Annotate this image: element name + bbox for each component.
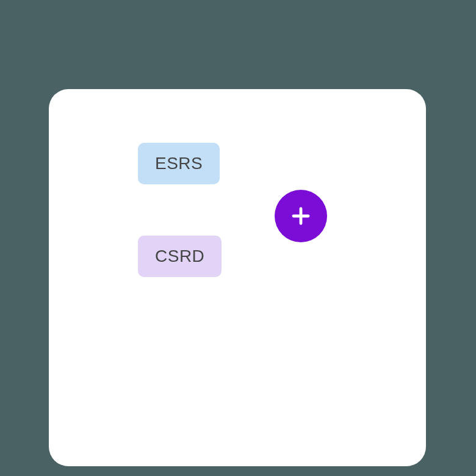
tag-esrs[interactable]: ESRS xyxy=(138,143,220,184)
tag-csrd[interactable]: CSRD xyxy=(138,236,222,277)
card-panel xyxy=(49,89,426,466)
plus-icon xyxy=(290,205,312,227)
tag-csrd-label: CSRD xyxy=(155,247,204,266)
tag-esrs-label: ESRS xyxy=(155,154,203,173)
add-button[interactable] xyxy=(275,190,327,242)
